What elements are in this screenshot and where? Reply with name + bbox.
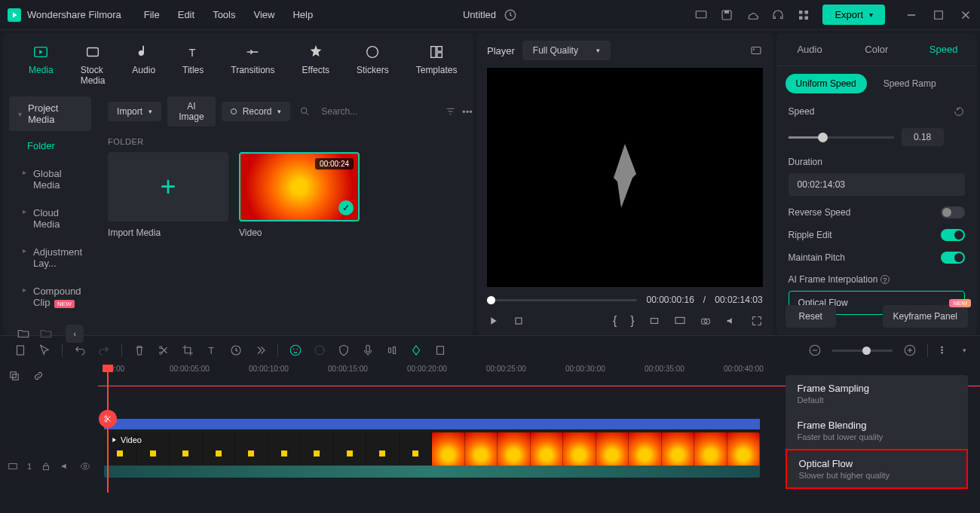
ratio-icon[interactable] (648, 315, 660, 327)
sidebar-project-media[interactable]: ▾Project Media (9, 96, 91, 131)
volume-icon[interactable] (725, 315, 737, 327)
playhead[interactable] (107, 365, 109, 493)
speed-tl-icon[interactable] (229, 344, 243, 357)
sidebar-cloud-media[interactable]: Cloud Media (9, 200, 91, 237)
video-clip[interactable]: Video (104, 432, 760, 478)
maximize-icon[interactable] (932, 8, 945, 22)
pointer-icon[interactable] (14, 344, 27, 357)
eye-icon[interactable] (80, 461, 90, 472)
track-view-icon[interactable] (939, 344, 952, 357)
snapshot-icon[interactable] (749, 44, 763, 57)
headphones-icon[interactable] (771, 8, 785, 22)
lock-icon[interactable] (41, 461, 51, 472)
tab-audio[interactable]: Audio (121, 41, 166, 89)
tab-transitions[interactable]: Transitions (220, 41, 285, 89)
speed-value[interactable]: 0.18 (902, 128, 944, 146)
duration-value[interactable]: 00:02:14:03 (789, 173, 965, 196)
undo-icon[interactable] (73, 344, 87, 357)
close-icon[interactable] (959, 8, 972, 22)
track-marker-bar[interactable] (104, 419, 760, 429)
ai-image-button[interactable]: AI Image (167, 96, 216, 127)
quality-select[interactable]: Full Quality▾ (522, 41, 611, 60)
play-icon[interactable] (487, 315, 499, 327)
menu-edit[interactable]: Edit (178, 9, 194, 20)
interp-option-frame-blending[interactable]: Frame Blending Faster but lower quality (786, 412, 968, 449)
mark-out-icon[interactable]: } (630, 314, 634, 328)
pitch-toggle[interactable] (941, 252, 965, 264)
tab-stickers[interactable]: Stickers (346, 41, 400, 89)
split-icon[interactable] (157, 344, 170, 357)
track-copy-icon[interactable] (8, 369, 21, 383)
video-track-icon[interactable] (8, 461, 18, 472)
tab-templates[interactable]: Templates (406, 41, 468, 89)
menu-file[interactable]: File (144, 9, 160, 20)
scissor-icon[interactable] (99, 410, 117, 428)
tab-effects[interactable]: Effects (292, 41, 340, 89)
crop-icon[interactable] (181, 344, 194, 357)
cloud-icon[interactable] (746, 8, 759, 22)
import-media-card[interactable]: + Import Media (108, 152, 228, 238)
search-input[interactable] (317, 102, 439, 121)
video-clip-card[interactable]: 00:00:24 ✓ Video (239, 152, 360, 238)
tab-media[interactable]: Media (18, 41, 64, 89)
delete-icon[interactable] (133, 344, 146, 357)
tab-stock-media[interactable]: Stock Media (70, 41, 116, 89)
zoom-in-icon[interactable] (903, 344, 917, 357)
mark-in-icon[interactable]: { (613, 314, 617, 328)
ripple-toggle[interactable] (941, 229, 965, 241)
display-icon[interactable] (694, 8, 708, 22)
sidebar-global-media[interactable]: Global Media (9, 160, 91, 198)
menu-help[interactable]: Help (292, 9, 313, 20)
filter-icon[interactable] (445, 105, 456, 118)
subtab-speed-ramp[interactable]: Speed Ramp (873, 74, 947, 93)
more-icon[interactable]: ••• (462, 106, 473, 118)
fullscreen-icon[interactable] (751, 315, 763, 327)
interp-option-frame-sampling[interactable]: Frame Sampling Default (786, 375, 968, 412)
track-link-icon[interactable] (32, 369, 45, 383)
menu-view[interactable]: View (253, 9, 274, 20)
sync-icon[interactable] (504, 8, 517, 22)
select-icon[interactable] (38, 344, 51, 357)
keyframe-icon[interactable] (409, 344, 423, 357)
text-icon[interactable]: T (205, 344, 219, 357)
import-button[interactable]: Import▾ (108, 102, 161, 121)
marker-icon[interactable] (433, 344, 447, 357)
zoom-out-icon[interactable] (808, 344, 822, 357)
reset-speed-icon[interactable] (953, 105, 965, 118)
tab-speed-props[interactable]: Speed (910, 33, 977, 66)
tab-color-props[interactable]: Color (843, 33, 910, 66)
audio-sync-icon[interactable] (385, 344, 399, 357)
sidebar-folder[interactable]: Folder (9, 133, 91, 159)
collapse-sidebar-button[interactable]: ‹ (66, 325, 84, 343)
camera-icon[interactable] (700, 315, 712, 327)
sidebar-adjustment-layer[interactable]: Adjustment Lay... (9, 239, 91, 276)
tab-audio-props[interactable]: Audio (776, 33, 844, 66)
folder-icon[interactable] (39, 327, 53, 340)
redo-icon[interactable] (97, 344, 111, 357)
reverse-toggle[interactable] (941, 206, 965, 218)
progress-bar[interactable] (487, 299, 637, 301)
folder-add-icon[interactable] (17, 327, 30, 340)
color-icon[interactable] (313, 344, 326, 357)
save-icon[interactable] (720, 8, 733, 22)
mute-icon[interactable] (60, 461, 71, 472)
ai-face-icon[interactable] (289, 344, 302, 357)
zoom-slider[interactable] (832, 350, 893, 352)
preview-viewport[interactable] (487, 68, 763, 287)
more-tools-icon[interactable] (253, 344, 267, 357)
keyframe-panel-button[interactable]: Keyframe PanelNEW (883, 305, 968, 328)
mic-icon[interactable] (361, 344, 375, 357)
tab-titles[interactable]: TTitles (172, 41, 214, 89)
apps-icon[interactable] (797, 8, 810, 22)
minimize-icon[interactable] (905, 8, 918, 22)
speed-slider[interactable] (789, 136, 894, 139)
display-settings-icon[interactable] (674, 315, 686, 327)
menu-tools[interactable]: Tools (213, 9, 235, 20)
stop-icon[interactable] (513, 315, 525, 327)
interp-option-optical-flow[interactable]: Optical Flow Slower but higher quality (786, 449, 968, 489)
reset-button[interactable]: Reset (786, 305, 836, 328)
subtab-uniform-speed[interactable]: Uniform Speed (786, 74, 867, 93)
export-button[interactable]: Export▾ (822, 5, 885, 25)
record-button[interactable]: Record▾ (222, 102, 291, 121)
shield-icon[interactable] (337, 344, 351, 357)
